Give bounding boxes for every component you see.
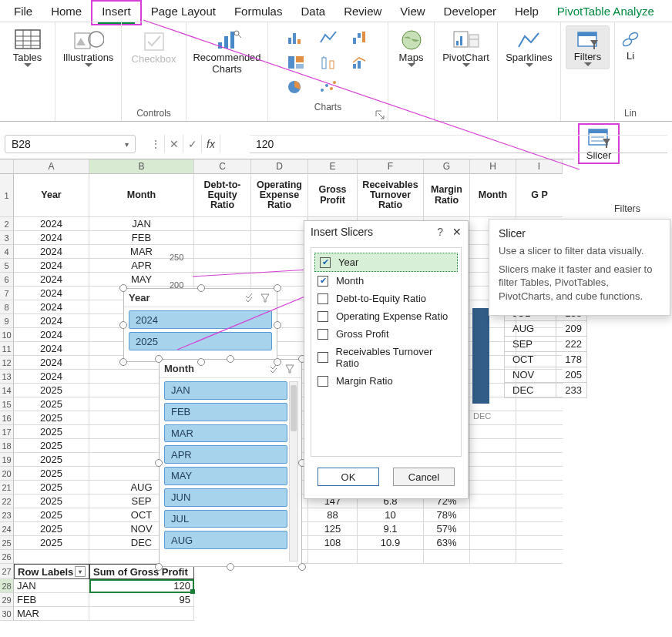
- chart-type-scatter[interactable]: [314, 76, 343, 98]
- close-icon[interactable]: ✕: [452, 226, 462, 238]
- col-header-A[interactable]: A: [14, 159, 89, 174]
- formula-dropdown-icon[interactable]: ⋮: [146, 135, 165, 153]
- chart-type-pie[interactable]: [281, 76, 311, 98]
- pivot-row-label[interactable]: MAR: [14, 607, 89, 621]
- pivot-value-cell[interactable]: 95: [89, 593, 194, 607]
- fx-icon[interactable]: fx: [202, 135, 220, 153]
- tab-home[interactable]: Home: [42, 2, 91, 21]
- resize-handle[interactable]: [197, 358, 205, 366]
- tab-help[interactable]: Help: [506, 2, 548, 21]
- checkbox-button[interactable]: Checkbox: [126, 25, 183, 65]
- chart-type-combo[interactable]: [346, 52, 375, 73]
- resize-handle[interactable]: [227, 355, 234, 363]
- multi-select-icon[interactable]: [244, 293, 257, 303]
- field-checkbox-margin-ratio[interactable]: Margin Ratio: [313, 372, 459, 390]
- field-checkbox-year[interactable]: ✔Year: [314, 253, 458, 272]
- name-box[interactable]: B28 ▾: [5, 135, 136, 153]
- sparklines-button[interactable]: Sparklines: [503, 25, 556, 68]
- slicer-item[interactable]: FEB: [164, 403, 287, 421]
- resize-handle[interactable]: [119, 321, 127, 329]
- pivotchart-button[interactable]: PivotChart: [440, 25, 492, 68]
- cancel-button[interactable]: Cancel: [393, 468, 455, 486]
- maps-button[interactable]: Maps: [392, 25, 431, 68]
- resize-handle[interactable]: [227, 563, 234, 571]
- slicer-month[interactable]: Month JANFEBMARAPRMAYJUNJULAUG: [159, 359, 302, 567]
- chart-type-waterfall[interactable]: [346, 27, 375, 49]
- help-icon[interactable]: ?: [437, 226, 443, 238]
- tables-button[interactable]: Tables: [2, 25, 54, 68]
- pivot-value-cell[interactable]: [89, 607, 194, 621]
- tab-page-layout[interactable]: Page Layout: [142, 2, 225, 21]
- resize-handle[interactable]: [298, 563, 306, 571]
- tab-review[interactable]: Review: [334, 2, 391, 21]
- field-checkbox-receivables-turnover-ratio[interactable]: Receivables Turnover Ratio: [313, 343, 459, 372]
- checkbox-icon[interactable]: [318, 311, 328, 322]
- recommended-charts-button[interactable]: Recommended Charts: [198, 25, 257, 75]
- slicer-item[interactable]: 2024: [129, 310, 272, 329]
- filter-dropdown-icon[interactable]: ▾: [75, 566, 86, 577]
- pivot-row-label[interactable]: FEB: [14, 593, 89, 607]
- resize-handle[interactable]: [274, 321, 281, 329]
- tab-formulas[interactable]: Formulas: [225, 2, 292, 21]
- pivot-row-label[interactable]: JAN: [14, 579, 89, 593]
- slicer-item[interactable]: MAY: [164, 467, 287, 485]
- filters-button[interactable]: Filters: [566, 25, 610, 69]
- col-header-E[interactable]: E: [308, 159, 358, 174]
- field-checkbox-month[interactable]: ✔Month: [313, 272, 459, 290]
- link-button-partial[interactable]: Li: [617, 25, 643, 62]
- chart-type-statistic[interactable]: [314, 52, 343, 73]
- resize-handle[interactable]: [119, 284, 127, 292]
- field-checkbox-gross-profit[interactable]: Gross Profit: [313, 325, 459, 343]
- tab-data[interactable]: Data: [291, 2, 334, 21]
- field-checkbox-operating-expense-ratio[interactable]: Operating Expense Ratio: [313, 307, 459, 325]
- tab-file[interactable]: File: [5, 2, 42, 21]
- checkbox-icon[interactable]: [318, 329, 328, 340]
- checkbox-icon[interactable]: [318, 293, 328, 304]
- field-checkbox-debt-to-equity-ratio[interactable]: Debt-to-Equity Ratio: [313, 290, 459, 307]
- resize-handle[interactable]: [155, 459, 163, 467]
- select-all-corner[interactable]: [0, 159, 14, 174]
- scrollbar-thumb[interactable]: [291, 385, 297, 431]
- slicer-item[interactable]: JAN: [164, 381, 287, 400]
- pivot-row-labels-header[interactable]: Row Labels▾: [14, 564, 89, 579]
- resize-handle[interactable]: [119, 358, 127, 366]
- slicer-item[interactable]: MAR: [164, 424, 287, 443]
- chart-type-line[interactable]: [314, 27, 343, 49]
- chart-type-column[interactable]: [281, 27, 311, 49]
- ok-button[interactable]: OK: [318, 468, 379, 486]
- col-header-H[interactable]: H: [470, 159, 516, 174]
- cancel-formula-icon[interactable]: ✕: [165, 135, 183, 153]
- col-header-B[interactable]: B: [89, 159, 194, 174]
- slicer-item[interactable]: JUL: [164, 510, 287, 528]
- slicer-year[interactable]: Year 20242025: [123, 288, 277, 362]
- slicer-item[interactable]: JUN: [164, 488, 287, 507]
- chart-type-hierarchy[interactable]: [281, 52, 311, 73]
- tab-view[interactable]: View: [391, 2, 434, 21]
- illustrations-button[interactable]: Illustrations: [62, 25, 115, 68]
- chevron-down-icon[interactable]: ▾: [125, 140, 129, 149]
- clear-filter-icon[interactable]: [260, 293, 272, 303]
- tab-insert[interactable]: Insert: [92, 2, 140, 21]
- accept-formula-icon[interactable]: ✓: [183, 135, 202, 153]
- checkbox-icon[interactable]: ✔: [320, 257, 331, 268]
- checkbox-icon[interactable]: ✔: [318, 276, 328, 287]
- resize-handle[interactable]: [274, 284, 281, 292]
- checkbox-icon[interactable]: [318, 352, 328, 363]
- col-header-I[interactable]: I: [516, 159, 563, 174]
- tab-developer[interactable]: Developer: [435, 2, 506, 21]
- formula-bar[interactable]: 120: [250, 135, 667, 153]
- slicer-item[interactable]: APR: [164, 445, 287, 464]
- slicer-scrollbar[interactable]: [289, 381, 298, 562]
- resize-handle[interactable]: [155, 563, 163, 571]
- slicer-item[interactable]: AUG: [164, 531, 287, 549]
- slicer-item[interactable]: 2025: [129, 332, 272, 350]
- col-header-D[interactable]: D: [251, 159, 308, 174]
- col-header-C[interactable]: C: [194, 159, 251, 174]
- col-header-F[interactable]: F: [358, 159, 424, 174]
- tab-pivottable-analyze[interactable]: PivotTable Analyze: [548, 2, 664, 21]
- pivot-value-cell[interactable]: 120: [89, 579, 194, 593]
- checkbox-icon[interactable]: [318, 376, 328, 387]
- resize-handle[interactable]: [155, 355, 163, 363]
- resize-handle[interactable]: [197, 284, 205, 292]
- clear-filter-icon[interactable]: [284, 364, 297, 374]
